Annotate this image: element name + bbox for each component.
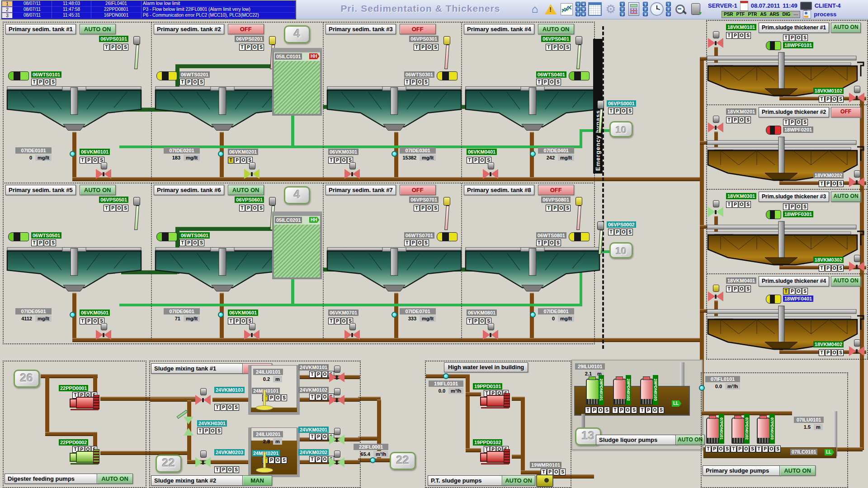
- vkm-tag[interactable]: 06VKM0101: [80, 149, 110, 155]
- vin-tag[interactable]: 18VKM0401: [726, 277, 756, 284]
- valve-icon[interactable]: [344, 330, 360, 340]
- thickener-name[interactable]: Prim.sludge thickener #3: [759, 192, 829, 202]
- vps-tpos[interactable]: TPOS: [414, 205, 439, 211]
- vps-tpos[interactable]: TPOS: [608, 108, 633, 114]
- pump-tag[interactable]: 29PDN0102: [626, 375, 631, 405]
- ide-tag[interactable]: 07IDE0701: [400, 308, 436, 314]
- valve-icon[interactable]: [329, 372, 344, 382]
- thickener-status-chip[interactable]: AUTO ON: [831, 276, 861, 286]
- thickener-status-chip[interactable]: AUTO ON: [831, 192, 861, 202]
- valve-icon[interactable]: [708, 38, 723, 48]
- ide-tag[interactable]: 07IDE0501: [15, 308, 52, 314]
- vps-tag[interactable]: 06VPS0201: [235, 36, 264, 42]
- chamber-tag[interactable]: 05ILC0101: [275, 53, 302, 60]
- wts-tpos[interactable]: TPOS: [536, 79, 561, 85]
- tank-status-chip[interactable]: OFF: [538, 185, 574, 195]
- wpf-tag[interactable]: 18WPF0301: [783, 211, 813, 217]
- tank-status-chip[interactable]: OFF: [400, 185, 436, 195]
- page-digit[interactable]: 4: [581, 2, 586, 6]
- nav-badge[interactable]: 10: [609, 242, 633, 258]
- panel-status-chip[interactable]: AUTO ON: [97, 474, 133, 484]
- calculator-button[interactable]: [627, 2, 641, 16]
- panel-status-chip[interactable]: AUTO ON: [502, 475, 535, 486]
- nav-badge[interactable]: 4: [284, 25, 310, 43]
- pump-tpos[interactable]: TPOS: [585, 407, 610, 413]
- valve-tag[interactable]: 24VKM0201: [298, 427, 329, 433]
- wpf-tpos[interactable]: TPOS: [783, 203, 808, 210]
- valve-icon[interactable]: [483, 169, 498, 179]
- valve-tpos[interactable]: TPOS: [214, 404, 239, 411]
- valve-icon[interactable]: [708, 207, 723, 217]
- tank-name[interactable]: Primary sedim. tank #7: [326, 185, 396, 195]
- valve-tag[interactable]: 24VKH0301: [197, 420, 227, 427]
- wts-tpos[interactable]: TPOS: [404, 239, 429, 246]
- page-digit[interactable]: 3: [666, 12, 671, 16]
- vps-tpos[interactable]: TPOS: [104, 205, 128, 211]
- vps-tag[interactable]: 06VPS0301: [409, 36, 439, 42]
- wts-tpos[interactable]: TPOS: [31, 79, 56, 85]
- page-digit[interactable]: 2: [620, 7, 625, 11]
- nav-badge[interactable]: 22: [390, 452, 416, 470]
- vout-tag[interactable]: 18VKM0202: [813, 172, 844, 178]
- pump-tag[interactable]: 07PDN0101: [719, 414, 724, 444]
- page-digit[interactable]: 1: [620, 2, 625, 6]
- trends-button[interactable]: [560, 2, 573, 16]
- valve-icon[interactable]: [329, 395, 344, 405]
- pump-tpos[interactable]: TPOS: [756, 446, 781, 452]
- tank-name[interactable]: Primary sedim. tank #2: [154, 24, 224, 34]
- vps-tag[interactable]: 06VPS0601: [235, 197, 264, 203]
- valve-tpos[interactable]: TPOS: [197, 427, 222, 434]
- wts-tpos[interactable]: TPOS: [404, 79, 429, 85]
- submersible-pump-icon[interactable]: [586, 379, 599, 405]
- server-status-button[interactable]: [689, 2, 703, 16]
- alarm-row[interactable]: 2 08/07/11 11:47:58 22PPD0801 P3 - Flow …: [2, 7, 296, 13]
- pump-icon[interactable]: [480, 448, 510, 464]
- valve-icon[interactable]: [483, 330, 498, 340]
- pump-tag[interactable]: 29PDN0101: [599, 375, 604, 405]
- wts-tpos[interactable]: TPOS: [179, 239, 204, 246]
- vps-tag[interactable]: 06VPS0002: [607, 221, 636, 228]
- valve-icon[interactable]: [849, 93, 864, 103]
- tank-name[interactable]: Primary sedim. tank #8: [464, 185, 534, 195]
- page-digit[interactable]: 2: [576, 7, 580, 11]
- wpf-tpos[interactable]: TPOS: [783, 34, 808, 41]
- pump-tag[interactable]: 19PPD0102: [473, 439, 502, 446]
- submersible-pump-icon[interactable]: [640, 379, 654, 405]
- wts-tag[interactable]: 06WTS0701: [404, 232, 434, 239]
- valve-icon[interactable]: [708, 291, 723, 301]
- ide-tag[interactable]: 07IDE0101: [15, 147, 52, 154]
- thickener-name[interactable]: Prim.sludge thickener #1: [759, 23, 829, 33]
- tank-status-chip[interactable]: OFF: [400, 24, 436, 34]
- vps-tag[interactable]: 06VPS0001: [607, 100, 636, 107]
- wpf-tag[interactable]: 18WPF0101: [783, 42, 813, 48]
- tank-tag[interactable]: 07ILC0101: [790, 449, 817, 455]
- wts-tpos[interactable]: TPOS: [179, 79, 204, 85]
- valve-icon[interactable]: [195, 457, 211, 467]
- wpf-tpos[interactable]: TPOS: [783, 288, 808, 295]
- home-button[interactable]: ⌂: [528, 2, 542, 16]
- alarms-button[interactable]: [544, 2, 557, 16]
- vout-tpos[interactable]: TPOS: [819, 265, 844, 272]
- vps-tpos[interactable]: TPOS: [239, 205, 264, 211]
- settings-button[interactable]: ⚙: [604, 2, 618, 16]
- macerator-icon[interactable]: [536, 474, 553, 487]
- valve-icon[interactable]: [329, 457, 344, 467]
- panel-status-chip[interactable]: AUTO ON: [779, 465, 816, 476]
- pump-tpos[interactable]: TPOS: [612, 407, 637, 413]
- tank-name[interactable]: Primary sedim. tank #5: [5, 185, 76, 195]
- pump-tpos[interactable]: TPOS: [705, 446, 730, 452]
- pump-icon[interactable]: [70, 394, 99, 409]
- ifl-tag[interactable]: 19IFL0101: [429, 380, 463, 387]
- valve-icon[interactable]: [849, 262, 864, 272]
- wts-tag[interactable]: 06WTS0201: [179, 71, 210, 78]
- vin-tpos[interactable]: TPOS: [726, 117, 751, 123]
- vin-tag[interactable]: 18VKM0101: [726, 24, 756, 30]
- tank-status-chip[interactable]: OFF: [228, 24, 264, 34]
- vkm-tag[interactable]: 06VKM0801: [467, 310, 497, 316]
- vps-tpos[interactable]: TPOS: [546, 205, 571, 211]
- thickener-name[interactable]: Prim.sludge thickener #2: [759, 107, 829, 117]
- wts-tag[interactable]: 06WTS0101: [31, 71, 61, 78]
- ilu-tag[interactable]: 29ILU0101: [575, 363, 605, 370]
- ide-tag[interactable]: 07IDE0401: [538, 147, 574, 154]
- vps-tpos[interactable]: TPOS: [608, 229, 633, 235]
